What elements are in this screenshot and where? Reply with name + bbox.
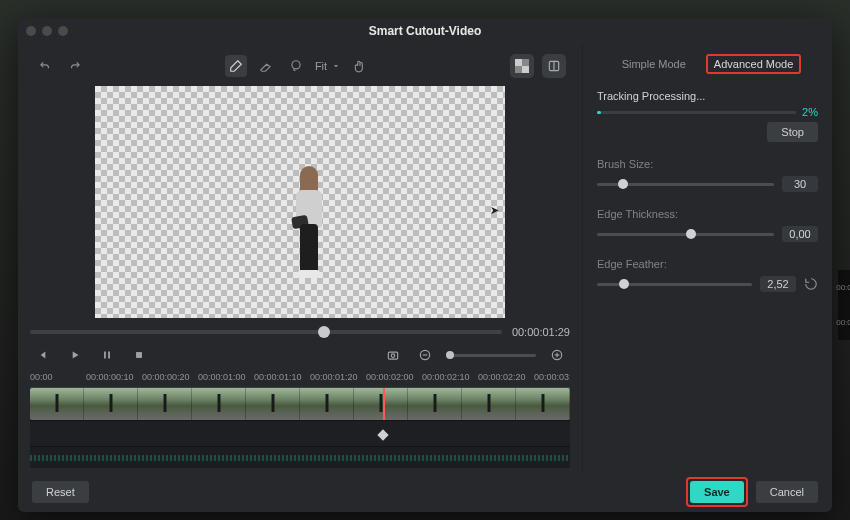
video-thumbnail <box>408 388 462 420</box>
timecode-display: 00:00:01:29 <box>512 326 570 338</box>
svg-rect-3 <box>522 66 529 73</box>
edge-thickness-thumb[interactable] <box>686 229 696 239</box>
svg-rect-2 <box>515 59 522 66</box>
brush-size-value[interactable]: 30 <box>782 176 818 192</box>
scrub-thumb[interactable] <box>318 326 330 338</box>
edge-thickness-slider[interactable] <box>597 233 774 236</box>
zoom-in-button[interactable] <box>546 344 568 366</box>
video-preview[interactable]: ➤ <box>95 86 505 318</box>
cutout-subject <box>290 166 328 281</box>
smart-cutout-modal: Smart Cutout-Video Fit <box>18 18 832 512</box>
tracking-status-label: Tracking Processing... <box>597 90 818 102</box>
waveform <box>30 455 570 461</box>
video-thumbnail <box>462 388 516 420</box>
edge-feather-label: Edge Feather: <box>597 258 818 270</box>
keyframe-track[interactable] <box>30 420 570 446</box>
video-thumbnail <box>138 388 192 420</box>
svg-point-0 <box>292 61 300 69</box>
scrub-slider[interactable] <box>30 330 502 334</box>
modal-footer: Reset Save Cancel <box>18 472 832 512</box>
tracking-progress-bar <box>597 111 796 114</box>
redo-button[interactable] <box>64 55 86 77</box>
edge-feather-value[interactable]: 2,52 <box>760 276 796 292</box>
svg-rect-7 <box>108 352 110 359</box>
maximize-window-icon[interactable] <box>58 26 68 36</box>
titlebar: Smart Cutout-Video <box>18 18 832 44</box>
timeline: 00:00 00:00:00:10 00:00:00:20 00:00:01:0… <box>30 372 570 468</box>
edge-feather-thumb[interactable] <box>619 279 629 289</box>
close-window-icon[interactable] <box>26 26 36 36</box>
eraser-tool-button[interactable] <box>255 55 277 77</box>
brush-size-thumb[interactable] <box>618 179 628 189</box>
ruler-tick: 00:00:02:10 <box>422 372 478 382</box>
zoom-thumb[interactable] <box>446 351 454 359</box>
transparency-toggle-button[interactable] <box>510 54 534 78</box>
snapshot-button[interactable] <box>382 344 404 366</box>
tab-simple-mode[interactable]: Simple Mode <box>614 54 694 74</box>
brush-size-slider[interactable] <box>597 183 774 186</box>
edge-thickness-label: Edge Thickness: <box>597 208 818 220</box>
ruler-tick: 00:00 <box>30 372 86 382</box>
zoom-slider[interactable] <box>446 354 536 357</box>
editor-panel: Fit ➤ 00:00:01 <box>18 44 582 472</box>
zoom-fit-select[interactable]: Fit <box>315 60 341 72</box>
video-thumbnail <box>84 388 138 420</box>
window-title: Smart Cutout-Video <box>18 24 832 38</box>
lasso-tool-button[interactable] <box>285 55 307 77</box>
settings-panel: Simple Mode Advanced Mode Tracking Proce… <box>582 44 832 472</box>
audio-track[interactable] <box>30 446 570 468</box>
ruler-tick: 00:00:01:10 <box>254 372 310 382</box>
play-button[interactable] <box>64 344 86 366</box>
svg-rect-9 <box>388 352 397 359</box>
save-button[interactable]: Save <box>690 481 744 503</box>
ruler-tick: 00:00:01:20 <box>310 372 366 382</box>
advanced-mode-highlight: Advanced Mode <box>706 54 802 74</box>
video-thumbnail <box>30 388 84 420</box>
brush-size-label: Brush Size: <box>597 158 818 170</box>
keyframe-marker[interactable] <box>377 429 388 440</box>
prev-frame-button[interactable] <box>32 344 54 366</box>
window-controls[interactable] <box>26 26 68 36</box>
stop-tracking-button[interactable]: Stop <box>767 122 818 142</box>
svg-rect-6 <box>104 352 106 359</box>
timeline-ruler[interactable]: 00:00 00:00:00:10 00:00:00:20 00:00:01:0… <box>30 372 570 388</box>
edge-thickness-value[interactable]: 0,00 <box>782 226 818 242</box>
svg-rect-8 <box>136 352 142 358</box>
ruler-tick: 00:00:00:10 <box>86 372 142 382</box>
brush-tool-button[interactable] <box>225 55 247 77</box>
video-thumbnail <box>300 388 354 420</box>
save-button-highlight: Save <box>686 477 748 507</box>
tracking-progress-fill <box>597 111 601 114</box>
svg-point-10 <box>391 354 395 358</box>
ruler-tick: 00:00:02:20 <box>478 372 534 382</box>
video-thumbnail <box>354 388 408 420</box>
cursor-icon: ➤ <box>490 204 499 217</box>
ruler-tick: 00:00:03:00 <box>534 372 570 382</box>
tab-advanced-mode[interactable]: Advanced Mode <box>714 58 794 70</box>
ruler-tick: 00:00:01:00 <box>198 372 254 382</box>
toolbar: Fit <box>30 52 570 80</box>
ruler-tick: 00:00:00:20 <box>142 372 198 382</box>
compare-toggle-button[interactable] <box>542 54 566 78</box>
zoom-fit-label: Fit <box>315 60 327 72</box>
reset-button[interactable]: Reset <box>32 481 89 503</box>
stop-playback-button[interactable] <box>128 344 150 366</box>
background-timeline-peek: 00:0 00:0 <box>838 270 850 340</box>
pause-button[interactable] <box>96 344 118 366</box>
video-track[interactable] <box>30 388 570 420</box>
video-thumbnail <box>516 388 570 420</box>
edge-feather-slider[interactable] <box>597 283 752 286</box>
ruler-tick: 00:00:02:00 <box>366 372 422 382</box>
zoom-out-button[interactable] <box>414 344 436 366</box>
reset-feather-icon[interactable] <box>804 277 818 291</box>
video-thumbnail <box>192 388 246 420</box>
video-thumbnail <box>246 388 300 420</box>
chevron-down-icon <box>331 61 341 71</box>
minimize-window-icon[interactable] <box>42 26 52 36</box>
undo-button[interactable] <box>34 55 56 77</box>
cancel-button[interactable]: Cancel <box>756 481 818 503</box>
tracking-progress-percent: 2% <box>802 106 818 118</box>
playhead[interactable] <box>383 388 385 420</box>
hand-tool-button[interactable] <box>349 55 371 77</box>
